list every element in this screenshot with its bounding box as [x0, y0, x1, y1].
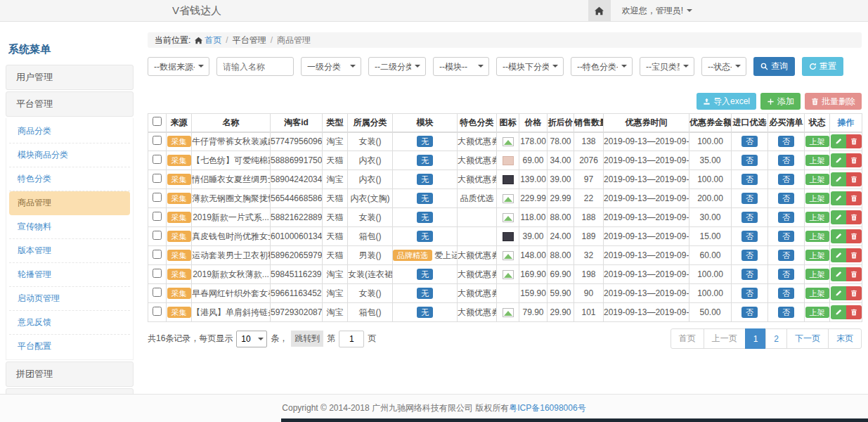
page-first[interactable]: 首页 [671, 328, 704, 349]
must-buy-badge[interactable]: 否 [778, 288, 794, 299]
status-badge[interactable]: 上架 [805, 250, 829, 261]
must-buy-badge[interactable]: 否 [778, 307, 794, 318]
sidebar-item[interactable]: 拼团管理 [6, 362, 134, 387]
imported-badge[interactable]: 否 [741, 155, 758, 166]
filter-name-input[interactable] [216, 57, 294, 76]
breadcrumb-home-link[interactable]: 首页 [195, 34, 221, 46]
batch-delete-button[interactable]: 批量删除 [805, 93, 862, 110]
sidebar-subitem[interactable]: 商品管理 [9, 191, 130, 215]
filter-select[interactable]: --状态-- [701, 57, 746, 76]
edit-button[interactable] [831, 134, 846, 148]
sidebar-subitem[interactable]: 特色分类 [9, 167, 130, 191]
edit-button[interactable] [831, 210, 846, 224]
status-badge[interactable]: 上架 [805, 155, 829, 166]
row-checkbox[interactable] [153, 193, 162, 202]
row-checkbox[interactable] [153, 212, 162, 221]
delete-button[interactable] [846, 248, 862, 262]
page-next[interactable]: 下一页 [786, 328, 829, 349]
edit-button[interactable] [831, 267, 846, 281]
home-button[interactable] [588, 0, 611, 21]
product-thumbnail-icon[interactable] [503, 232, 514, 241]
user-menu[interactable]: 欢迎您，管理员! [622, 5, 692, 17]
status-badge[interactable]: 上架 [805, 288, 829, 299]
sidebar-subitem[interactable]: 意见反馈 [9, 311, 130, 335]
import-excel-button[interactable]: 导入excel [697, 93, 756, 110]
imported-badge[interactable]: 否 [741, 174, 758, 185]
must-buy-badge[interactable]: 否 [778, 136, 794, 147]
row-checkbox[interactable] [153, 250, 162, 259]
imported-badge[interactable]: 否 [741, 250, 758, 261]
icp-link[interactable]: 粤ICP备16098006号 [509, 403, 585, 413]
filter-select[interactable]: --模块下分类-- [496, 57, 564, 76]
edit-button[interactable] [831, 248, 846, 262]
edit-button[interactable] [831, 229, 846, 243]
sidebar-item[interactable]: 平台管理 [6, 91, 134, 117]
must-buy-badge[interactable]: 否 [778, 174, 794, 185]
delete-button[interactable] [846, 172, 862, 186]
imported-badge[interactable]: 否 [741, 193, 758, 204]
edit-button[interactable] [831, 305, 846, 319]
page-1[interactable]: 1 [745, 328, 767, 349]
imported-badge[interactable]: 否 [741, 288, 758, 299]
edit-button[interactable] [831, 286, 846, 300]
sidebar-subitem[interactable]: 版本管理 [9, 239, 130, 263]
imported-badge[interactable]: 否 [741, 212, 758, 223]
row-checkbox[interactable] [153, 269, 162, 278]
delete-button[interactable] [846, 267, 862, 281]
must-buy-badge[interactable]: 否 [778, 231, 794, 242]
delete-button[interactable] [846, 286, 862, 300]
row-checkbox[interactable] [153, 231, 162, 240]
sidebar-item[interactable]: 用户管理 [6, 65, 134, 90]
delete-button[interactable] [846, 229, 862, 243]
filter-select[interactable]: --模块-- [433, 57, 489, 76]
page-2[interactable]: 2 [765, 328, 787, 349]
status-badge[interactable]: 上架 [805, 231, 829, 242]
row-checkbox[interactable] [153, 307, 162, 316]
status-badge[interactable]: 上架 [805, 307, 829, 318]
must-buy-badge[interactable]: 否 [778, 269, 794, 280]
filter-select[interactable]: --数据来源-- [148, 57, 209, 76]
must-buy-badge[interactable]: 否 [778, 155, 794, 166]
page-last[interactable]: 末页 [828, 328, 862, 349]
status-badge[interactable]: 上架 [805, 174, 829, 185]
delete-button[interactable] [846, 305, 862, 319]
sidebar-subitem[interactable]: 启动页管理 [9, 287, 130, 311]
sidebar-subitem[interactable]: 模块商品分类 [9, 143, 130, 167]
add-button[interactable]: 添加 [760, 93, 801, 110]
row-checkbox[interactable] [153, 136, 162, 145]
product-thumbnail-icon[interactable] [503, 156, 514, 165]
status-badge[interactable]: 上架 [805, 193, 829, 204]
filter-select[interactable]: 一级分类 [301, 57, 361, 76]
breadcrumb-item-platform[interactable]: 平台管理 [233, 34, 266, 46]
reset-button[interactable]: 重置 [802, 57, 843, 76]
sidebar-subitem[interactable]: 宣传物料 [9, 215, 130, 239]
delete-button[interactable] [846, 153, 862, 167]
select-all-checkbox[interactable] [153, 117, 162, 126]
status-badge[interactable]: 上架 [805, 136, 829, 147]
jump-button[interactable]: 跳转到 [291, 331, 323, 347]
edit-button[interactable] [831, 191, 846, 205]
must-buy-badge[interactable]: 否 [778, 250, 794, 261]
imported-badge[interactable]: 否 [741, 307, 758, 318]
product-thumbnail-icon[interactable] [503, 175, 514, 184]
imported-badge[interactable]: 否 [741, 231, 758, 242]
status-badge[interactable]: 上架 [805, 269, 829, 280]
filter-select[interactable]: --二级分类-- [368, 57, 426, 76]
page-size-select[interactable]: 10 [236, 331, 267, 347]
filter-select[interactable]: --特色分类-- [571, 57, 633, 76]
product-thumbnail-icon[interactable] [503, 137, 514, 146]
search-button[interactable]: 查询 [753, 57, 795, 76]
filter-select[interactable]: --宝贝类型-- [640, 57, 694, 76]
row-checkbox[interactable] [153, 174, 162, 183]
must-buy-badge[interactable]: 否 [778, 212, 794, 223]
sidebar-subitem[interactable]: 平台配置 [9, 335, 130, 358]
imported-badge[interactable]: 否 [741, 269, 758, 280]
product-thumbnail-icon[interactable] [503, 308, 514, 317]
edit-button[interactable] [831, 153, 846, 167]
delete-button[interactable] [846, 134, 862, 148]
product-thumbnail-icon[interactable] [503, 194, 514, 203]
status-badge[interactable]: 上架 [805, 212, 829, 223]
delete-button[interactable] [846, 210, 862, 224]
row-checkbox[interactable] [153, 155, 162, 164]
product-thumbnail-icon[interactable] [503, 251, 514, 260]
